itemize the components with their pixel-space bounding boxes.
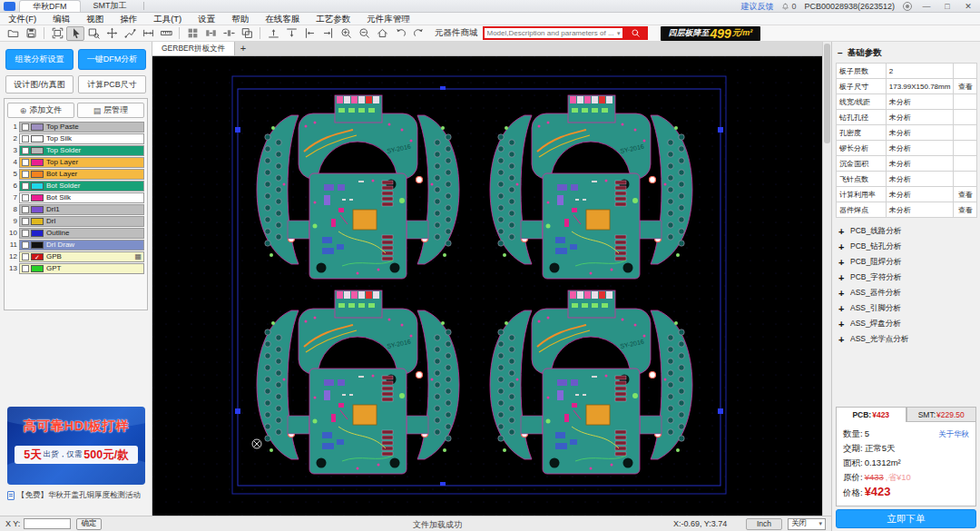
menu-item-1[interactable]: 编辑	[44, 13, 78, 25]
save-icon[interactable]	[22, 26, 40, 41]
snap-right-icon[interactable]	[318, 26, 337, 41]
tab-pcb-price[interactable]: PCB:¥423	[836, 407, 906, 422]
layer-color-swatch[interactable]	[31, 194, 44, 202]
layer-color-swatch[interactable]	[31, 171, 44, 178]
redo-icon[interactable]	[409, 26, 427, 41]
component-market-label[interactable]: 元器件商城	[435, 27, 478, 39]
grid-icon[interactable]: ▦	[134, 252, 142, 261]
section-pcb_钻孔分析[interactable]: +PCB_钻孔分析	[832, 239, 980, 254]
layer-color-swatch[interactable]	[31, 123, 44, 131]
layer-visibility-checkbox[interactable]	[22, 241, 29, 249]
tab-smt-price[interactable]: SMT:¥229.50	[906, 407, 977, 422]
hdi-ad-banner[interactable]: 高可靠HDI板打样 5天 出货，仅需 500元/款	[7, 407, 145, 485]
align-split-icon[interactable]	[220, 26, 238, 41]
layer-visibility-checkbox[interactable]	[22, 159, 29, 166]
distance-measure-icon[interactable]	[139, 26, 157, 41]
section-pcb_字符分析[interactable]: +PCB_字符分析	[832, 270, 980, 285]
minimize-button[interactable]: —	[920, 2, 933, 11]
layer-color-swatch[interactable]	[31, 241, 44, 249]
layer-row-gpt[interactable]: 13GPT	[7, 263, 144, 274]
layer-visibility-checkbox[interactable]	[22, 123, 29, 131]
layer-row-top-paste[interactable]: 1Top Paste	[7, 122, 144, 133]
fit-view-icon[interactable]	[48, 26, 66, 41]
layer-color-swatch[interactable]: ✓	[31, 253, 44, 261]
ruler-icon[interactable]	[157, 26, 175, 41]
menu-item-6[interactable]: 帮助	[223, 13, 257, 25]
confirm-button[interactable]: 确定	[76, 518, 102, 530]
section-ass_器件分析[interactable]: +ASS_器件分析	[832, 285, 980, 300]
menu-item-4[interactable]: 工具(T)	[145, 13, 190, 25]
layer-color-swatch[interactable]	[31, 182, 44, 190]
layer-row-outline[interactable]: 10Outline	[7, 228, 144, 239]
maximize-button[interactable]: □	[941, 2, 954, 11]
pcb-canvas[interactable]: SY-2016	[152, 56, 822, 516]
layer-color-swatch[interactable]	[31, 159, 44, 166]
layer-row-drl-draw[interactable]: 11Drl Draw	[7, 240, 144, 251]
layer-visibility-checkbox[interactable]	[22, 206, 29, 213]
layer-color-swatch[interactable]	[31, 135, 44, 143]
section-ass_焊盘分析[interactable]: +ASS_焊盘分析	[832, 316, 980, 331]
menu-item-5[interactable]: 设置	[190, 13, 223, 25]
section-ass_引脚分析[interactable]: +ASS_引脚分析	[832, 300, 980, 316]
layer-row-gpb[interactable]: 12✓GPB▦	[7, 251, 144, 262]
search-input[interactable]	[485, 29, 617, 37]
add-tab-button[interactable]: +	[235, 42, 251, 55]
view-link[interactable]: 查看	[954, 202, 977, 218]
layer-visibility-checkbox[interactable]	[22, 253, 29, 261]
undo-icon[interactable]	[391, 26, 409, 41]
menu-item-8[interactable]: 工艺参数	[308, 13, 358, 25]
app-tab-smt[interactable]: SMT加工	[81, 0, 140, 12]
zoom-out-icon[interactable]	[355, 26, 373, 41]
app-tab-dfm[interactable]: 华秋DFM	[19, 0, 81, 12]
menu-item-2[interactable]: 视图	[78, 13, 112, 25]
layer-manage-button[interactable]: ▤ 层管理	[77, 103, 144, 118]
assembly-analysis-settings-button[interactable]: 组装分析设置	[5, 49, 74, 70]
layer-row-top-layer[interactable]: 4Top Layer	[7, 157, 144, 168]
layer-color-swatch[interactable]	[31, 147, 44, 154]
select-tool-icon[interactable]	[66, 26, 84, 41]
layer-row-drl[interactable]: 9Drl	[7, 216, 144, 227]
zoom-in-icon[interactable]	[337, 26, 355, 41]
layer-color-swatch[interactable]	[31, 206, 44, 213]
coordinate-input[interactable]	[24, 518, 71, 529]
close-dropdown[interactable]: 关闭 ▾	[788, 518, 826, 530]
close-button[interactable]: ✕	[962, 2, 975, 11]
notification-bell[interactable]: 0	[781, 2, 796, 11]
layer-visibility-checkbox[interactable]	[22, 265, 29, 272]
layer-row-top-solder[interactable]: 3Top Solder	[7, 145, 144, 156]
layer-visibility-checkbox[interactable]	[22, 171, 29, 178]
menu-item-7[interactable]: 在线客服	[257, 13, 308, 25]
snap-left-icon[interactable]	[300, 26, 318, 41]
vertical-scrollbar[interactable]	[822, 42, 831, 516]
tab-gerber-file[interactable]: GERBER拼板文件	[152, 42, 235, 55]
view-link[interactable]: 查看	[954, 79, 977, 94]
layer-color-swatch[interactable]	[31, 265, 44, 272]
flip-top-icon[interactable]	[264, 26, 282, 41]
section-ass_光学点分析[interactable]: +ASS_光学点分析	[832, 331, 980, 347]
order-now-button[interactable]: 立即下单	[836, 509, 976, 528]
unit-toggle-button[interactable]: Inch	[746, 518, 782, 530]
add-file-button[interactable]: ⊕ 添加文件	[7, 103, 74, 118]
menu-item-9[interactable]: 元件库管理	[358, 13, 418, 25]
layer-visibility-checkbox[interactable]	[22, 135, 29, 143]
layer-row-bot-silk[interactable]: 7Bot Silk	[7, 192, 144, 203]
open-folder-icon[interactable]	[4, 26, 22, 41]
pan-icon[interactable]	[103, 26, 121, 41]
section-pcb_线路分析[interactable]: +PCB_线路分析	[832, 223, 980, 239]
free-check-promo-link[interactable]: 【免费】华秋开盖孔铜厚度检测活动	[7, 490, 145, 501]
layer-visibility-checkbox[interactable]	[22, 182, 29, 190]
menu-item-3[interactable]: 操作	[112, 13, 145, 25]
align-join-icon[interactable]	[201, 26, 220, 41]
menu-item-0[interactable]: 文件(F)	[0, 13, 44, 25]
one-key-dfm-button[interactable]: 一键DFM分析	[78, 49, 146, 70]
calc-pcb-size-button[interactable]: 计算PCB尺寸	[78, 75, 146, 93]
layer-row-bot-layer[interactable]: 5Bot Layer	[7, 169, 144, 180]
chevron-down-icon[interactable]: ▾	[617, 30, 622, 37]
feedback-link[interactable]: 建议反馈	[740, 1, 773, 13]
scrollbar-thumb[interactable]	[824, 44, 830, 143]
about-huaqiu-link[interactable]: 关于华秋	[938, 427, 969, 441]
arrange-icon[interactable]	[238, 26, 256, 41]
zoom-window-icon[interactable]	[84, 26, 103, 41]
section-pcb_阻焊分析[interactable]: +PCB_阻焊分析	[832, 254, 980, 270]
theme-icon[interactable]	[903, 2, 912, 11]
